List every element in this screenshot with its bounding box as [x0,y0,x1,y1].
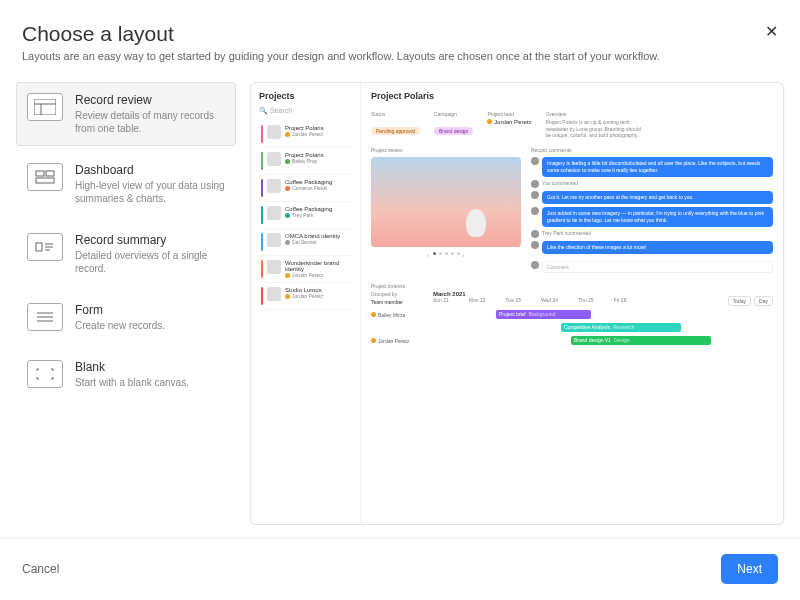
assets-label: Project assets [371,147,521,153]
option-title: Dashboard [75,163,225,177]
comment-row: Got it. Let me try another pass at the i… [531,191,773,204]
option-dashboard[interactable]: Dashboard High-level view of your data u… [16,152,236,216]
layout-preview: Projects 🔍 Search Project PolarisJordan … [250,82,784,525]
comment-row: Imagery is feeling a little bit discombo… [531,157,773,177]
svg-rect-5 [36,178,54,183]
comment-row: You commented [531,180,773,188]
timeline-day: Mon 22 [469,297,486,303]
overview-label: Overview [545,111,773,117]
preview-list-item: Project PolarisJordan Peretz [259,121,352,148]
lead-label: Project lead [487,111,531,117]
option-desc: High-level view of your data using summa… [75,179,225,205]
option-title: Record summary [75,233,225,247]
preview-list-item: Coffee PackagingCameron Fields [259,175,352,202]
record-summary-icon [27,233,63,261]
svg-rect-4 [46,171,54,176]
option-desc: Detailed overviews of a single record. [75,249,225,275]
preview-sidebar-title: Projects [259,91,352,101]
record-review-icon [27,93,63,121]
svg-rect-6 [36,243,42,251]
cancel-button[interactable]: Cancel [22,562,59,576]
preview-list-item: Coffee PackagingTrey Park [259,202,352,229]
preview-search: 🔍 Search [259,107,352,115]
form-icon [27,303,63,331]
timeline-day: Fri 26 [614,297,627,303]
comments-label: Record comments [531,147,773,153]
option-title: Form [75,303,225,317]
campaign-pill: Brand design [434,127,473,135]
groupby-value: Team member [371,299,403,305]
timeline-row: Competitive Analysis Research [371,323,773,333]
carousel-indicator: ‹ › [371,252,521,258]
lead-value: Jordan Peretz [487,119,531,125]
option-record-review[interactable]: Record review Review details of many rec… [16,82,236,146]
preview-list-item: Studio LumosJordan Peretz [259,283,352,310]
timeline-day: Sun 21 [433,297,449,303]
svg-rect-0 [34,99,56,115]
next-button[interactable]: Next [721,554,778,584]
preview-sidebar: Projects 🔍 Search Project PolarisJordan … [251,83,361,524]
modal-subtitle: Layouts are an easy way to get started b… [22,50,778,62]
comment-row: Like the direction of these images a lot… [531,241,773,254]
dashboard-icon [27,163,63,191]
close-button[interactable]: ✕ [765,22,778,41]
asset-image [371,157,521,247]
timeline-row: Bailey MirzaProject brief Background [371,310,773,320]
timeline-day: Wed 24 [541,297,558,303]
status-pill: Pending approval [371,127,420,135]
blank-icon [27,360,63,388]
option-record-summary[interactable]: Record summary Detailed overviews of a s… [16,222,236,286]
overview-text: Project Polaris is an up & coming tech n… [545,119,645,139]
svg-rect-3 [36,171,44,176]
option-form[interactable]: Form Create new records. [16,292,236,343]
avatar [531,261,539,269]
timeline-label: Project timeline [371,283,773,289]
timeline-day: Tue 23 [506,297,521,303]
modal-title: Choose a layout [22,22,778,46]
option-title: Record review [75,93,225,107]
preview-record-title: Project Polaris [371,91,773,101]
option-desc: Create new records. [75,319,225,332]
comment-row: Trey Park commented [531,230,773,238]
preview-list-item: Project PolarisBailey Pray [259,148,352,175]
layout-options-list: Record review Review details of many rec… [16,82,236,525]
option-blank[interactable]: Blank Start with a blank canvas. [16,349,236,400]
groupby-label: Grouped by [371,291,403,297]
preview-list-item: Wunderkinder brand identityJordan Peretz [259,256,352,283]
comment-input: Comment [542,261,773,273]
campaign-label: Campaign [434,111,473,117]
timeline-row: Jordan PeretzBrand design V1 Design [371,336,773,346]
preview-main: Project Polaris Status Pending approval … [361,83,783,524]
status-label: Status [371,111,420,117]
option-desc: Review details of many records from one … [75,109,225,135]
day-button: Day [754,296,773,306]
option-title: Blank [75,360,225,374]
timeline-day: Thu 25 [578,297,594,303]
option-desc: Start with a blank canvas. [75,376,225,389]
preview-list-item: OMCA brand identityDal Sennel [259,229,352,256]
comment-row: Just added in some new imagery — in part… [531,207,773,227]
today-button: Today [728,296,751,306]
